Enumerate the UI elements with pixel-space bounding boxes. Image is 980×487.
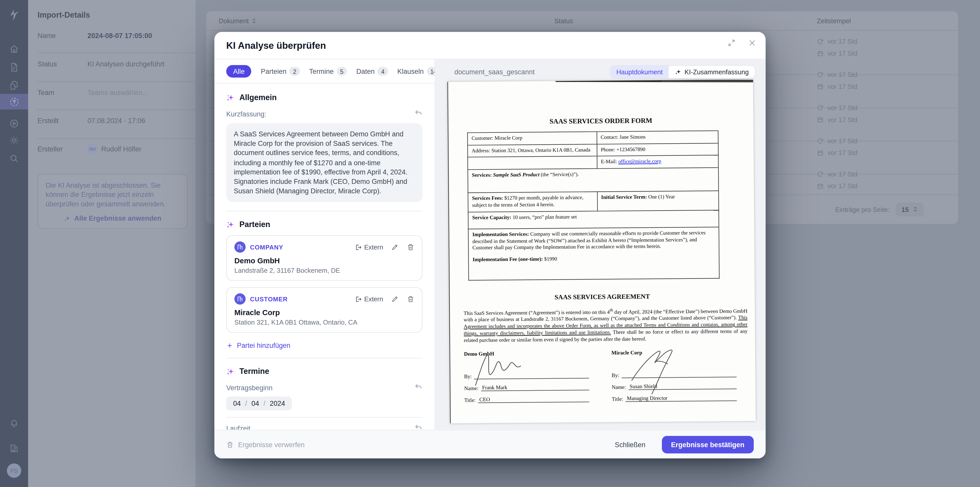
- per-page-label: Einträge pro Seite:: [835, 205, 890, 213]
- signature-block: Demo GmbH By: Name:Frank Mark Title:CEO …: [464, 348, 756, 403]
- signature-right: Miracle Corp By: Name:Susan Shield Title…: [611, 348, 737, 402]
- documents-copy-icon[interactable]: [0, 77, 28, 93]
- close-button[interactable]: Schließen: [615, 441, 646, 448]
- tab-count-badge: 2: [290, 67, 300, 76]
- user-avatar[interactable]: FS: [7, 463, 21, 478]
- refresh-icon: [817, 170, 824, 177]
- analysis-pane: Alle Parteien2 Termine5 Daten4 Klauseln1…: [215, 59, 434, 430]
- table-row[interactable]: vor 17 Std vor 17 Std: [817, 35, 955, 68]
- play-circle-icon[interactable]: [0, 115, 28, 131]
- chevron-up-down-icon: [913, 206, 918, 212]
- signature-scribble: [470, 351, 533, 388]
- sparkles-icon: [226, 368, 234, 376]
- tab-parteien[interactable]: Parteien2: [261, 67, 300, 76]
- edit-pencil-icon[interactable]: [391, 244, 399, 251]
- building-icon[interactable]: [0, 440, 28, 456]
- edit-pencil-icon[interactable]: [391, 295, 399, 303]
- column-header-zeitstempel[interactable]: Zeitstempel: [817, 17, 851, 24]
- tab-termine[interactable]: Termine5: [309, 67, 347, 76]
- sparkles-icon: [226, 93, 234, 102]
- party-card-company: COMPANY Extern Demo GmbH Lan: [226, 235, 423, 281]
- app-root: FS Import-Details Name 2024-08-07 17:05:…: [0, 0, 980, 487]
- sparkles-icon: [675, 69, 681, 75]
- document-icon[interactable]: [0, 59, 28, 75]
- section-heading-allgemein: Allgemein: [239, 93, 277, 102]
- order-form-title: SAAS SERVICES ORDER FORM: [449, 116, 753, 126]
- team-select[interactable]: Teams auswählen...: [88, 89, 148, 96]
- order-form-cell: Implementation Services: Company will us…: [468, 227, 719, 280]
- order-form-cell: Initial Service Term: One (1) Year: [597, 191, 719, 211]
- table-row[interactable]: vor 17 Std vor 17 Std: [817, 67, 955, 101]
- refresh-icon: [817, 137, 824, 144]
- order-form-cell: Contact: Jane Simons: [597, 131, 718, 144]
- tab-daten[interactable]: Daten4: [356, 67, 388, 76]
- toggle-ki-zusammenfassung[interactable]: KI-Zusammenfassung: [669, 65, 755, 78]
- field-value-created: 07.08.2024 · 17:06: [88, 117, 145, 125]
- scanned-document-page[interactable]: SAAS SERVICES ORDER FORM Customer: Mirac…: [447, 80, 756, 423]
- column-header-dokument[interactable]: Dokument: [219, 17, 257, 24]
- tab-alle[interactable]: Alle: [226, 65, 251, 78]
- sidebar-item-import-active[interactable]: [0, 94, 28, 109]
- agreement-title: SAAS SERVICES AGREEMENT: [450, 292, 755, 301]
- field-value-name: 2024-08-07 17:05:00: [88, 32, 152, 39]
- party-role: COMPANY: [250, 244, 283, 251]
- calendar-icon: [817, 83, 824, 89]
- sparkles-icon: [64, 215, 70, 222]
- close-icon[interactable]: [748, 39, 756, 47]
- table-row[interactable]: vor 17 Std vor 17 Std: [817, 134, 955, 167]
- search-icon[interactable]: [0, 150, 28, 166]
- modal-header: KI Analyse überprüfen: [215, 32, 765, 59]
- order-form-cell: Services: Sample SaaS Product (the “Serv…: [468, 168, 719, 193]
- home-icon[interactable]: [0, 41, 28, 57]
- extern-toggle[interactable]: Extern: [355, 295, 383, 303]
- document-filename: document_saas_gescannt: [454, 68, 535, 75]
- undo-icon[interactable]: [414, 383, 423, 392]
- analysis-scroll-area[interactable]: Allgemein Kurzfassung: A SaaS Services A…: [215, 85, 434, 430]
- modal-footer: Ergebnisse verwerfen Schließen Ergebniss…: [215, 430, 765, 458]
- refresh-icon: [817, 104, 824, 111]
- date-year: 2024: [270, 400, 285, 407]
- discard-results-button[interactable]: Ergebnisse verwerfen: [226, 441, 305, 448]
- document-viewer: document_saas_gescannt Hauptdokument KI-…: [434, 59, 765, 430]
- order-form-cell: Address: Station 321, Ottawa, Ontario K1…: [468, 144, 597, 157]
- apply-all-results-button[interactable]: Alle Ergebnisse anwenden: [46, 214, 180, 222]
- gear-icon[interactable]: [0, 132, 28, 148]
- order-form-cell: Phone: +1234567890: [597, 143, 718, 156]
- field-label-team: Team: [38, 89, 88, 96]
- summary-text: A SaaS Services Agreement between Demo G…: [226, 123, 423, 202]
- refresh-icon: [817, 71, 824, 78]
- undo-icon[interactable]: [414, 110, 423, 118]
- add-party-button[interactable]: Partei hinzufügen: [226, 342, 423, 349]
- section-heading-parteien: Parteien: [239, 220, 270, 229]
- vertragsbeginn-label: Vertragsbeginn: [226, 384, 272, 391]
- filter-tabs: Alle Parteien2 Termine5 Daten4 Klauseln1…: [215, 59, 434, 84]
- contract-start-date-input[interactable]: 04/04/2024: [226, 397, 292, 410]
- date-day: 04: [233, 400, 241, 407]
- kurzfassung-label: Kurzfassung:: [226, 110, 266, 117]
- trash-icon[interactable]: [407, 295, 414, 303]
- party-address: Station 321, K1A 0B1 Ottawa, Ontario, CA: [234, 319, 414, 326]
- notice-text: Die KI Analyse ist abgeschlossen. Sie kö…: [46, 181, 180, 209]
- refresh-icon: [817, 38, 824, 45]
- extern-toggle[interactable]: Extern: [355, 244, 383, 251]
- calendar-icon: [817, 116, 824, 123]
- confirm-results-button[interactable]: Ergebnisse bestätigen: [662, 436, 754, 453]
- order-form-cell: Service Capacity: 10 users, “pro” plan f…: [468, 210, 719, 229]
- party-name: Miracle Corp: [234, 308, 414, 317]
- trash-icon[interactable]: [407, 244, 414, 251]
- toggle-hauptdokument[interactable]: Hauptdokument: [610, 65, 669, 78]
- table-row[interactable]: vor 17 Std vor 17 Std: [817, 101, 955, 134]
- order-form-cell: [468, 156, 597, 169]
- email-link[interactable]: office@miracle.corp: [618, 158, 661, 164]
- expand-icon[interactable]: [728, 39, 736, 47]
- extern-icon: [355, 296, 362, 303]
- field-value-creator: Rudolf Höfler: [101, 145, 142, 152]
- calendar-icon: [817, 149, 824, 156]
- document-view-toggle: Hauptdokument KI-Zusammenfassung: [609, 65, 756, 78]
- undo-icon[interactable]: [414, 424, 423, 430]
- party-address: Landstraße 2, 31167 Bockenem, DE: [234, 267, 414, 274]
- column-header-status[interactable]: Status: [554, 17, 573, 24]
- per-page-select[interactable]: 15: [896, 202, 924, 216]
- tab-klauseln[interactable]: Klauseln14: [397, 67, 440, 76]
- bell-icon[interactable]: [0, 415, 28, 431]
